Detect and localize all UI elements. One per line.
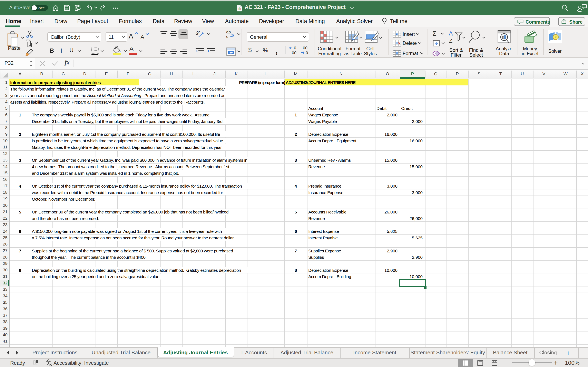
svg-text:ab: ab [226, 30, 231, 34]
svg-text:A: A [449, 30, 453, 37]
svg-text:Z: Z [449, 37, 452, 44]
svg-text:.0: .0 [293, 46, 296, 50]
svg-text:c: c [226, 34, 228, 39]
svg-text:.00: .00 [291, 50, 296, 55]
